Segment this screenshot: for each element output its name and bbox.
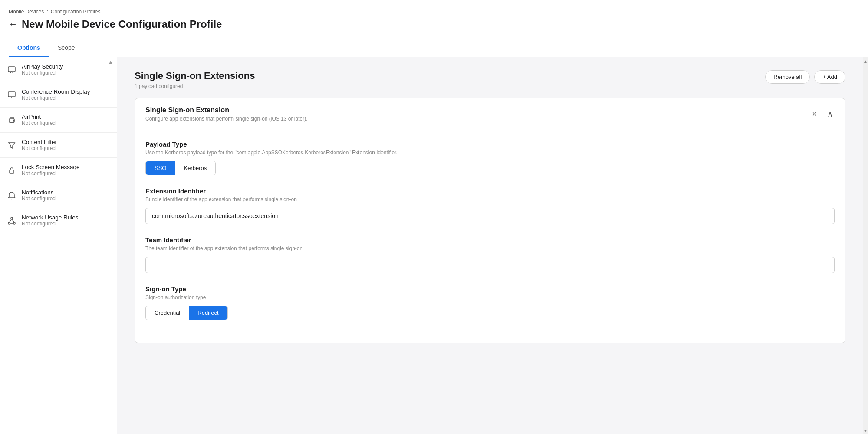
filter-icon bbox=[7, 140, 16, 150]
sidebar-item-airplay-security-name: AirPlay Security bbox=[22, 63, 63, 70]
sidebar-item-notifications[interactable]: Notifications Not configured bbox=[0, 183, 117, 208]
svg-point-11 bbox=[13, 222, 15, 224]
payload-type-desc: Use the Kerberos payload type for the "c… bbox=[145, 150, 835, 156]
sidebar-scroll-up[interactable]: ▲ bbox=[108, 59, 113, 65]
team-identifier-label: Team Identifier bbox=[145, 236, 835, 244]
signon-type-credential-button[interactable]: Credential bbox=[146, 306, 189, 320]
sidebar-item-lock-screen-name: Lock Screen Message bbox=[22, 164, 80, 170]
network-icon bbox=[7, 216, 16, 225]
payload-type-sso-button[interactable]: SSO bbox=[146, 161, 175, 175]
sidebar-item-lock-screen[interactable]: Lock Screen Message Not configured bbox=[0, 158, 117, 183]
card-close-button[interactable]: × bbox=[810, 108, 819, 121]
sidebar-item-notifications-name: Notifications bbox=[22, 189, 56, 196]
right-scrollbar: ▲ ▼ bbox=[863, 57, 868, 434]
sidebar: ▲ AirPlay Security Not configured bbox=[0, 57, 117, 434]
print-icon bbox=[7, 115, 16, 125]
sidebar-item-airprint-name: AirPrint bbox=[22, 114, 56, 120]
sidebar-item-notifications-status: Not configured bbox=[22, 196, 56, 202]
sidebar-item-content-filter[interactable]: Content Filter Not configured bbox=[0, 133, 117, 158]
breadcrumb: Mobile Devices : Configuration Profiles bbox=[9, 9, 859, 15]
signon-type-label: Sign-on Type bbox=[145, 285, 835, 293]
card-description: Configure app extensions that perform si… bbox=[145, 116, 308, 122]
team-identifier-section: Team Identifier The team identifier of t… bbox=[145, 236, 835, 273]
add-button[interactable]: + Add bbox=[814, 70, 845, 84]
content-area: Single Sign-on Extensions 1 payload conf… bbox=[117, 57, 863, 434]
back-button[interactable]: ← bbox=[9, 19, 17, 29]
team-identifier-desc: The team identifier of the app extension… bbox=[145, 245, 835, 251]
card-header: Single Sign-on Extension Configure app e… bbox=[135, 98, 845, 130]
airplay-icon bbox=[7, 65, 16, 75]
sidebar-item-content-filter-status: Not configured bbox=[22, 145, 57, 151]
card-body: Payload Type Use the Kerberos payload ty… bbox=[135, 130, 845, 343]
tab-options[interactable]: Options bbox=[9, 39, 49, 57]
scrollbar-down-arrow[interactable]: ▼ bbox=[863, 427, 868, 434]
svg-point-9 bbox=[11, 217, 13, 219]
sidebar-item-network-usage[interactable]: Network Usage Rules Not configured bbox=[0, 208, 117, 233]
card-collapse-button[interactable]: ∧ bbox=[825, 108, 835, 121]
breadcrumb-parent[interactable]: Mobile Devices bbox=[9, 9, 44, 15]
sidebar-item-network-name: Network Usage Rules bbox=[22, 214, 79, 221]
svg-rect-8 bbox=[10, 170, 14, 173]
lock-icon bbox=[7, 166, 16, 175]
extension-identifier-section: Extension Identifier Bundle identifier o… bbox=[145, 187, 835, 224]
payload-type-label: Payload Type bbox=[145, 140, 835, 148]
extension-identifier-input[interactable] bbox=[145, 208, 835, 224]
card-title: Single Sign-on Extension bbox=[145, 106, 308, 114]
section-title: Single Sign-on Extensions bbox=[135, 70, 255, 82]
sidebar-item-airprint-status: Not configured bbox=[22, 120, 56, 126]
sidebar-item-airplay-security-status: Not configured bbox=[22, 70, 63, 76]
signon-type-redirect-button[interactable]: Redirect bbox=[189, 306, 227, 320]
signon-type-toggle: Credential Redirect bbox=[145, 306, 228, 320]
extension-identifier-desc: Bundle identifier of the app extension t… bbox=[145, 196, 835, 202]
payload-type-kerberos-button[interactable]: Kerberos bbox=[175, 161, 215, 175]
team-identifier-input[interactable] bbox=[145, 257, 835, 273]
extension-identifier-label: Extension Identifier bbox=[145, 187, 835, 195]
svg-line-13 bbox=[12, 219, 14, 222]
svg-point-10 bbox=[8, 222, 10, 224]
breadcrumb-sep: : bbox=[46, 9, 48, 15]
svg-rect-1 bbox=[8, 92, 15, 97]
sidebar-item-conference-status: Not configured bbox=[22, 95, 90, 101]
sso-extension-card: Single Sign-on Extension Configure app e… bbox=[135, 98, 845, 343]
svg-point-6 bbox=[13, 120, 14, 121]
sidebar-item-content-filter-name: Content Filter bbox=[22, 139, 57, 145]
svg-rect-0 bbox=[8, 67, 15, 72]
tab-scope[interactable]: Scope bbox=[49, 39, 84, 57]
section-header: Single Sign-on Extensions 1 payload conf… bbox=[135, 70, 845, 89]
breadcrumb-current: Configuration Profiles bbox=[51, 9, 101, 15]
tabs-bar: Options Scope bbox=[0, 39, 868, 57]
svg-line-12 bbox=[9, 219, 12, 222]
sidebar-item-lock-screen-status: Not configured bbox=[22, 170, 80, 176]
page-title: New Mobile Device Configuration Profile bbox=[22, 18, 222, 30]
sidebar-item-airplay-security[interactable]: AirPlay Security Not configured bbox=[0, 57, 117, 82]
signon-type-desc: Sign-on authorization type bbox=[145, 294, 835, 300]
sidebar-item-conference-name: Conference Room Display bbox=[22, 88, 90, 95]
svg-rect-5 bbox=[10, 121, 13, 123]
sidebar-item-network-status: Not configured bbox=[22, 221, 79, 227]
bell-icon bbox=[7, 191, 16, 200]
sidebar-item-airprint[interactable]: AirPrint Not configured bbox=[0, 108, 117, 133]
scrollbar-up-arrow[interactable]: ▲ bbox=[863, 57, 868, 65]
section-subtitle: 1 payload configured bbox=[135, 83, 255, 89]
payload-type-toggle: SSO Kerberos bbox=[145, 161, 216, 175]
remove-all-button[interactable]: Remove all bbox=[765, 70, 810, 84]
payload-type-section: Payload Type Use the Kerberos payload ty… bbox=[145, 140, 835, 175]
signon-type-section: Sign-on Type Sign-on authorization type … bbox=[145, 285, 835, 320]
sidebar-item-conference-room[interactable]: Conference Room Display Not configured bbox=[0, 82, 117, 108]
display-icon bbox=[7, 90, 16, 100]
svg-marker-7 bbox=[9, 143, 15, 148]
